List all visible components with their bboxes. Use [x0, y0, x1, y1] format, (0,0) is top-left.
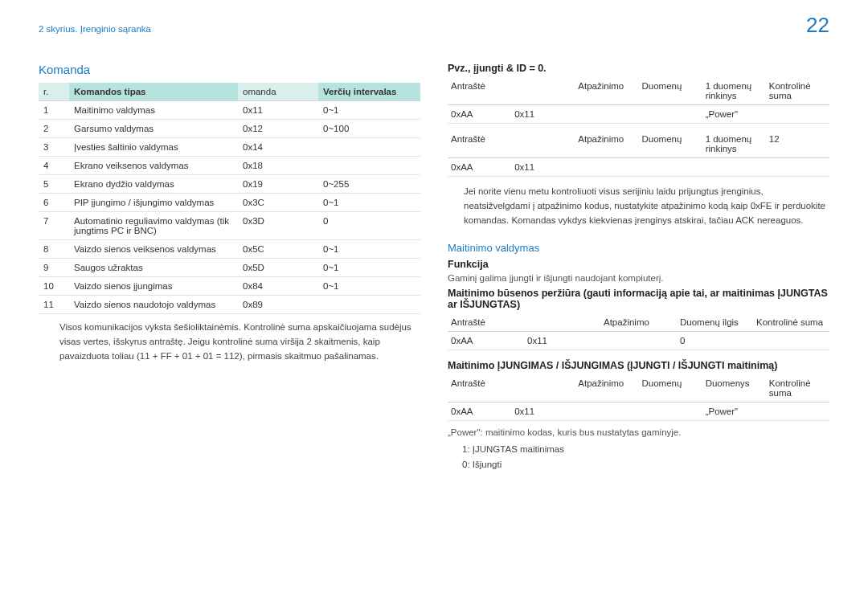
col-nr: r.: [39, 83, 69, 101]
onoff-title: Maitinimo ĮJUNGIMAS / IŠJUNGIMAS (ĮJUNGT…: [448, 360, 829, 371]
cell-type: Automatinio reguliavimo valdymas (tik ju…: [69, 212, 238, 240]
cell-cmd: 0x5C: [238, 240, 318, 259]
cell-type: Ekrano veiksenos valdymas: [69, 157, 238, 175]
cell-nr: 7: [39, 212, 69, 240]
cell-range: [318, 138, 420, 157]
hdr-kontroline: Kontrolinė suma: [766, 374, 829, 403]
status-title: Maitinimo būsenos peržiūra (gauti inform…: [448, 288, 829, 310]
power-off-value: 0: Išjungti: [448, 457, 829, 472]
val-power: „Power": [702, 105, 766, 124]
cell-type: Maitinimo valdymas: [69, 101, 238, 120]
cell-range: 0~255: [318, 175, 420, 194]
cell-range: 0: [318, 212, 420, 240]
table-row: 5Ekrano dydžio valdymas0x190~255: [39, 175, 420, 194]
cell-cmd: 0x5D: [238, 259, 318, 277]
status-packet: Antraštė Atpažinimo Duomenų ilgis Kontro…: [448, 313, 829, 350]
cell-cmd: 0x18: [238, 157, 318, 175]
hdr-atpazinimo: Atpažinimo: [575, 374, 638, 403]
cell-cmd: 0x19: [238, 175, 318, 194]
commands-title: Komanda: [39, 63, 420, 76]
function-desc: Gaminį galima įjungti ir išjungti naudoj…: [448, 273, 829, 283]
cell-cmd: 0x11: [238, 101, 318, 120]
hdr-kontroline: Kontrolinė suma: [766, 77, 829, 105]
cell-cmd: 0x3D: [238, 212, 318, 240]
cell-nr: 3: [39, 138, 69, 157]
cell-type: Vaizdo sienos naudotojo valdymas: [69, 296, 238, 314]
hdr-atpazinimo: Atpažinimo: [600, 313, 677, 332]
cell-cmd: 0x3C: [238, 194, 318, 212]
page-number: 22: [806, 13, 829, 38]
hdr-rinkinys: 1 duomenų rinkinys: [702, 77, 766, 105]
left-column: Komanda r. Komandos tipas omanda Verčių …: [39, 63, 420, 472]
hdr-twelve: 12: [766, 130, 829, 158]
example-title: Pvz., įjungti & ID = 0.: [448, 63, 829, 74]
val-c11: 0x11: [511, 105, 575, 124]
checksum-note: Visos komunikacijos vyksta šešioliktainė…: [39, 321, 420, 363]
cell-range: [318, 296, 420, 314]
cell-range: 0~1: [318, 240, 420, 259]
col-type: Komandos tipas: [69, 83, 238, 101]
hdr-duomenu: Duomenų: [638, 130, 702, 158]
val-aa: 0xAA: [448, 332, 524, 350]
cell-range: [318, 157, 420, 175]
cell-nr: 8: [39, 240, 69, 259]
val-c11: 0x11: [511, 158, 575, 177]
cell-range: 0~1: [318, 194, 420, 212]
cell-nr: 6: [39, 194, 69, 212]
table-row: 4Ekrano veiksenos valdymas0x18: [39, 157, 420, 175]
table-row: 7Automatinio reguliavimo valdymas (tik j…: [39, 212, 420, 240]
cell-nr: 1: [39, 101, 69, 120]
hdr-duomenu: Duomenų: [638, 77, 702, 105]
cell-range: 0~1: [318, 277, 420, 296]
example-packet-1: Antraštė Atpažinimo Duomenų 1 duomenų ri…: [448, 77, 829, 124]
table-row: 8Vaizdo sienos veiksenos valdymas0x5C0~1: [39, 240, 420, 259]
hdr-antraste: Antraštė: [448, 77, 511, 105]
cell-range: 0~1: [318, 101, 420, 120]
hdr-duomenu: Duomenų: [638, 374, 702, 403]
table-row: 1Maitinimo valdymas0x110~1: [39, 101, 420, 120]
cell-nr: 2: [39, 120, 69, 138]
cell-cmd: 0x14: [238, 138, 318, 157]
cell-type: Vaizdo sienos įjungimas: [69, 277, 238, 296]
breadcrumb: 2 skyrius. Įrenginio sąranka: [39, 24, 151, 34]
cell-cmd: 0x84: [238, 277, 318, 296]
col-cmd: omanda: [238, 83, 318, 101]
power-on-value: 1: ĮJUNGTAS maitinimas: [448, 442, 829, 456]
cell-nr: 11: [39, 296, 69, 314]
cell-type: Garsumo valdymas: [69, 120, 238, 138]
cell-nr: 9: [39, 259, 69, 277]
hdr-kontroline: Kontrolinė suma: [753, 313, 829, 332]
onoff-packet: Antraštė Atpažinimo Duomenų Duomenys Kon…: [448, 374, 829, 421]
val-power: „Power": [702, 403, 766, 421]
val-zero: 0: [677, 332, 753, 350]
hdr-antraste: Antraštė: [448, 313, 524, 332]
val-aa: 0xAA: [448, 403, 511, 421]
hdr-duomenys: Duomenys: [702, 374, 766, 403]
cell-nr: 10: [39, 277, 69, 296]
val-c11: 0x11: [524, 332, 600, 350]
hdr-atpazinimo: Atpažinimo: [575, 130, 638, 158]
function-label: Funkcija: [448, 259, 829, 270]
hdr-rinkinys: 1 duomenų rinkinys: [702, 130, 766, 158]
cell-type: Vaizdo sienos veiksenos valdymas: [69, 240, 238, 259]
cell-nr: 5: [39, 175, 69, 194]
cell-nr: 4: [39, 157, 69, 175]
table-row: 2Garsumo valdymas0x120~100: [39, 120, 420, 138]
table-row: 11Vaizdo sienos naudotojo valdymas0x89: [39, 296, 420, 314]
hdr-atpazinimo: Atpažinimo: [575, 77, 638, 105]
commands-table: r. Komandos tipas omanda Verčių interval…: [39, 83, 420, 314]
cell-type: Įvesties šaltinio valdymas: [69, 138, 238, 157]
val-c11: 0x11: [511, 403, 575, 421]
cell-cmd: 0x12: [238, 120, 318, 138]
table-row: 3Įvesties šaltinio valdymas0x14: [39, 138, 420, 157]
cell-type: Ekrano dydžio valdymas: [69, 175, 238, 194]
power-control-title: Maitinimo valdymas: [448, 242, 829, 254]
example-packet-2: Antraštė Atpažinimo Duomenų 1 duomenų ri…: [448, 130, 829, 177]
hdr-antraste: Antraštė: [448, 130, 511, 158]
cell-range: 0~1: [318, 259, 420, 277]
power-code-note: „Power": maitinimo kodas, kuris bus nust…: [448, 427, 829, 437]
cell-type: PIP įjungimo / išjungimo valdymas: [69, 194, 238, 212]
table-row: 9Saugos užraktas0x5D0~1: [39, 259, 420, 277]
table-row: 6PIP įjungimo / išjungimo valdymas0x3C0~…: [39, 194, 420, 212]
cell-type: Saugos užraktas: [69, 259, 238, 277]
